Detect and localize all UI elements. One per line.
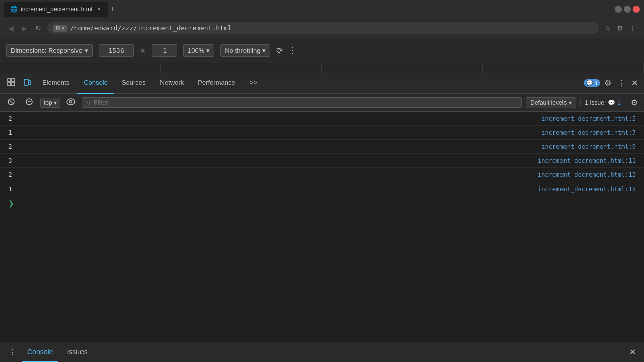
console-row: 3 increment_decrement.html:11: [0, 154, 644, 168]
responsive-more-button[interactable]: ⋮: [289, 46, 297, 55]
console-toolbar: top ▾ ▽ Default levels ▾ 1 Issue: 💬 1 ⚙: [0, 94, 644, 112]
bottom-tab-console[interactable]: Console: [22, 342, 58, 363]
bottom-tab-issues[interactable]: Issues: [62, 342, 92, 363]
new-tab-button[interactable]: +: [110, 5, 115, 14]
issues-label: 1 Issue:: [585, 99, 606, 106]
console-source[interactable]: increment_decrement.html:15: [538, 186, 636, 193]
console-value: 1: [8, 185, 12, 193]
clear-on-nav-button[interactable]: [22, 96, 36, 109]
devtools-more-button[interactable]: ⋮: [615, 76, 627, 90]
filter-input-wrapper: ▽: [82, 97, 522, 108]
browser-tab[interactable]: 🌐 increment_decrement.html ✕: [4, 2, 108, 17]
minimize-button[interactable]: [615, 6, 622, 13]
tab-network[interactable]: Network: [154, 73, 190, 94]
bottom-close-button[interactable]: ✕: [627, 345, 638, 359]
console-output: 2 increment_decrement.html:5 1 increment…: [0, 112, 644, 342]
message-icon: 💬: [586, 80, 593, 86]
dimensions-select[interactable]: Dimensions: Responsive ▾: [6, 44, 93, 57]
height-input[interactable]: [152, 44, 177, 57]
rotate-button[interactable]: ⟳: [276, 46, 283, 55]
levels-label: Default levels: [530, 99, 567, 106]
console-row: 1 increment_decrement.html:15: [0, 182, 644, 196]
console-source[interactable]: increment_decrement.html:7: [541, 129, 636, 136]
throttle-chevron-icon: ▾: [262, 47, 266, 54]
tab-title: increment_decrement.html: [21, 6, 92, 13]
tab-network-label: Network: [160, 79, 184, 86]
console-row: 2 increment_decrement.html:13: [0, 168, 644, 182]
devtools-close-button[interactable]: ✕: [629, 76, 640, 90]
levels-select[interactable]: Default levels ▾: [526, 97, 576, 108]
throttle-label: No throttling: [225, 47, 260, 54]
svg-rect-5: [29, 81, 31, 84]
ruler-segment-4: [242, 63, 322, 73]
menu-button[interactable]: ⋮: [628, 23, 638, 34]
filter-icon: ▽: [86, 99, 91, 106]
tab-right-controls: 💬 1 ⚙ ⋮ ✕: [584, 76, 640, 90]
context-select[interactable]: top ▾: [40, 98, 60, 108]
levels-chevron-icon: ▾: [569, 99, 572, 106]
tab-bar: 🌐 increment_decrement.html ✕ +: [4, 2, 611, 17]
ruler-segment-5: [322, 63, 403, 73]
zoom-select[interactable]: 100% ▾: [183, 44, 214, 57]
live-expressions-button[interactable]: [64, 96, 77, 109]
console-value: 1: [8, 129, 12, 136]
context-chevron-icon: ▾: [54, 99, 57, 106]
bottom-more-button[interactable]: ⋮: [6, 345, 18, 359]
console-value: 2: [8, 171, 12, 178]
svg-rect-2: [8, 83, 11, 86]
zoom-label: 100%: [188, 47, 204, 54]
protocol-badge: File: [53, 25, 67, 32]
console-source[interactable]: increment_decrement.html:11: [538, 157, 636, 164]
console-source[interactable]: increment_decrement.html:9: [541, 143, 636, 150]
console-row: 1 increment_decrement.html:7: [0, 126, 644, 140]
svg-point-11: [69, 101, 72, 103]
zoom-chevron-icon: ▾: [206, 47, 210, 54]
filter-input[interactable]: [94, 99, 518, 106]
console-value: 3: [8, 157, 12, 164]
tab-more-button[interactable]: >>: [244, 73, 263, 94]
devtools-settings-button[interactable]: ⚙: [602, 76, 613, 90]
dimensions-chevron-icon: ▾: [85, 47, 88, 54]
console-value: 2: [8, 115, 12, 122]
svg-point-10: [67, 99, 75, 105]
tab-performance[interactable]: Performance: [192, 73, 241, 94]
browser-titlebar: 🌐 increment_decrement.html ✕ +: [0, 0, 644, 18]
tab-close-button[interactable]: ✕: [95, 6, 102, 13]
context-label: top: [44, 99, 52, 106]
console-source[interactable]: increment_decrement.html:5: [541, 115, 636, 122]
ruler-segment-3: [161, 63, 242, 73]
svg-rect-4: [24, 79, 28, 85]
address-bar: ◀ ▶ ↻ File /home/edward/zzz/increment_de…: [0, 18, 644, 38]
dimensions-label: Dimensions: Responsive: [11, 47, 83, 54]
device-toolbar-button[interactable]: [20, 76, 34, 90]
issues-count: 1: [617, 99, 621, 106]
console-prompt[interactable]: ❯: [0, 196, 644, 210]
ruler-bar: [0, 63, 644, 73]
address-text: /home/edward/zzz/increment_decrement.htm…: [70, 24, 232, 32]
close-window-button[interactable]: [633, 6, 640, 13]
clear-console-button[interactable]: [4, 96, 18, 109]
window-controls: [615, 6, 640, 13]
dimension-separator: ✕: [140, 47, 146, 55]
message-icon-small: 💬: [608, 99, 615, 106]
console-row: 2 increment_decrement.html:5: [0, 112, 644, 126]
refresh-button[interactable]: ↻: [33, 22, 43, 34]
back-button[interactable]: ◀: [6, 22, 16, 34]
maximize-button[interactable]: [624, 6, 631, 13]
devtools-panel: Elements Console Sources Network Perform…: [0, 73, 644, 342]
tab-sources[interactable]: Sources: [116, 73, 152, 94]
tab-icon: 🌐: [10, 6, 18, 13]
message-count: 1: [595, 80, 598, 86]
address-field[interactable]: File /home/edward/zzz/increment_decremen…: [47, 22, 599, 34]
forward-button[interactable]: ▶: [20, 22, 29, 34]
console-source[interactable]: increment_decrement.html:13: [538, 171, 636, 178]
svg-line-7: [9, 100, 13, 104]
tab-elements[interactable]: Elements: [36, 73, 75, 94]
bookmark-button[interactable]: ☆: [603, 23, 612, 34]
throttle-select[interactable]: No throttling ▾: [220, 44, 270, 57]
element-picker-button[interactable]: [4, 76, 18, 90]
devtools-toggle-button[interactable]: ⚙: [615, 23, 625, 34]
tab-console[interactable]: Console: [77, 73, 114, 94]
console-settings-button[interactable]: ⚙: [629, 96, 640, 109]
width-input[interactable]: [99, 44, 134, 57]
